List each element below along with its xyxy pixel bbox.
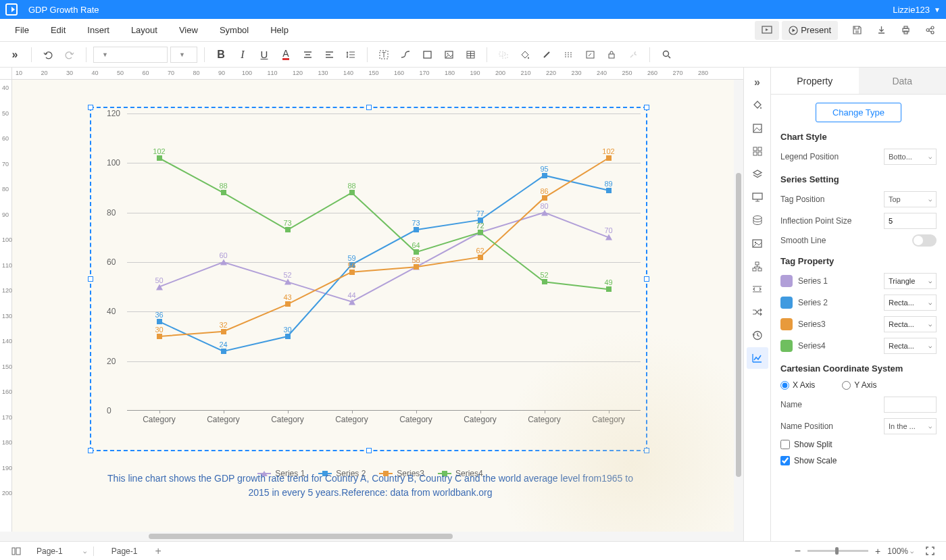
image-icon[interactable] [439, 45, 458, 64]
resize-handle[interactable] [88, 448, 93, 453]
resize-handle[interactable] [644, 276, 649, 282]
series-color-swatch[interactable] [780, 340, 793, 352]
menu-file[interactable]: File [4, 25, 40, 35]
series-shape-select[interactable]: Recta...⌵ [884, 295, 937, 311]
resize-handle[interactable] [88, 276, 93, 282]
resize-handle[interactable] [88, 105, 93, 110]
shape-outline-icon[interactable] [418, 45, 437, 64]
grid-panel-icon[interactable] [747, 141, 768, 162]
line-chart[interactable]: 020406080100120CategoryCategoryCategoryC… [100, 113, 641, 444]
underline-icon[interactable]: U [255, 45, 274, 64]
lock-icon[interactable] [602, 45, 621, 64]
series-color-swatch[interactable] [780, 318, 793, 330]
tab-data[interactable]: Data [859, 68, 947, 94]
zoom-level-dropdown[interactable]: 100%⌵ [887, 546, 914, 556]
page-dropdown[interactable]: Page-1⌵ [36, 546, 94, 556]
hierarchy-icon[interactable] [747, 255, 768, 277]
tools-icon[interactable] [624, 45, 643, 64]
page-tab[interactable]: Page-1 [105, 546, 145, 556]
image-panel-icon[interactable] [747, 232, 768, 254]
align-horizontal-icon[interactable] [298, 45, 317, 64]
resize-handle[interactable] [644, 448, 649, 453]
show-split-checkbox[interactable]: Show Split [780, 440, 937, 449]
smooth-line-toggle[interactable] [912, 234, 937, 247]
fill-color-icon[interactable] [516, 45, 534, 64]
present-button[interactable]: Present [782, 21, 838, 40]
zoom-in-button[interactable]: + [875, 546, 880, 557]
history-icon[interactable] [747, 324, 768, 346]
resize-handle[interactable] [366, 105, 372, 110]
series-shape-select[interactable]: Recta...⌵ [884, 316, 937, 332]
menu-symbol[interactable]: Symbol [209, 25, 259, 35]
table-icon[interactable] [461, 45, 480, 64]
font-family-dropdown[interactable]: ▼ [93, 47, 168, 63]
axis-name-input[interactable] [884, 397, 937, 413]
user-menu[interactable]: Lizzie123 ▼ [893, 5, 941, 15]
chart-panel-icon[interactable] [747, 347, 768, 369]
menu-bar: FileEditInsertLayoutViewSymbolHelp Prese… [0, 19, 946, 42]
group-icon[interactable] [494, 45, 513, 64]
inflection-size-input[interactable] [884, 213, 937, 229]
line-color-icon[interactable] [537, 45, 556, 64]
shuffle-icon[interactable] [747, 301, 768, 323]
menu-edit[interactable]: Edit [40, 25, 76, 35]
undo-icon[interactable] [39, 45, 57, 64]
spacing-icon[interactable] [747, 278, 768, 300]
data-panel-icon[interactable] [747, 209, 768, 231]
menu-view[interactable]: View [168, 25, 209, 35]
series-shape-select[interactable]: Triangle⌵ [884, 273, 937, 289]
font-color-icon[interactable]: A [276, 45, 295, 64]
save-icon[interactable] [845, 21, 869, 40]
series-row: Series 2Recta...⌵ [780, 295, 937, 311]
series-shape-select[interactable]: Recta...⌵ [884, 338, 937, 354]
series-color-swatch[interactable] [780, 297, 793, 309]
layers-panel-icon[interactable] [747, 163, 768, 185]
x-axis-radio[interactable]: X Axis [780, 380, 815, 390]
line-style-icon[interactable] [559, 45, 578, 64]
font-size-dropdown[interactable]: ▼ [170, 47, 197, 63]
change-type-button[interactable]: Change Type [816, 103, 901, 122]
slideshow-mode-icon[interactable] [755, 21, 779, 40]
align-vertical-icon[interactable] [320, 45, 339, 64]
fullscreen-icon[interactable] [920, 542, 939, 561]
menu-insert[interactable]: Insert [76, 25, 120, 35]
resize-handle[interactable] [644, 105, 649, 110]
horizontal-scrollbar[interactable] [0, 532, 743, 541]
presentation-panel-icon[interactable] [747, 186, 768, 208]
section-cartesian: Cartesian Coordinate System [780, 363, 937, 374]
menu-help[interactable]: Help [259, 25, 299, 35]
chart-caption: This line chart shows the GDP growth rat… [100, 472, 641, 500]
name-position-select[interactable]: In the ...⌵ [884, 418, 937, 434]
canvas[interactable]: 020406080100120CategoryCategoryCategoryC… [12, 80, 734, 532]
print-icon[interactable] [893, 21, 918, 40]
collapse-panel-icon[interactable]: » [747, 72, 768, 93]
zoom-out-button[interactable]: − [795, 545, 801, 557]
bold-icon[interactable]: B [211, 45, 230, 64]
add-page-button[interactable]: + [155, 545, 161, 557]
resize-handle[interactable] [366, 448, 372, 453]
line-spacing-icon[interactable] [341, 45, 360, 64]
y-axis-radio[interactable]: Y Axis [842, 380, 876, 390]
italic-icon[interactable]: I [233, 45, 252, 64]
text-tool-icon[interactable]: T [374, 45, 393, 64]
page-layout-icon[interactable] [7, 542, 26, 561]
redo-icon[interactable] [60, 45, 79, 64]
edit-points-icon[interactable] [580, 45, 599, 64]
legend-position-select[interactable]: Botto...⌵ [884, 149, 937, 165]
user-name: Lizzie123 [893, 5, 930, 15]
expand-toolbar-icon[interactable]: » [5, 45, 24, 64]
search-icon[interactable] [657, 45, 676, 64]
connector-icon[interactable] [396, 45, 415, 64]
tab-property[interactable]: Property [771, 68, 859, 94]
series-color-swatch[interactable] [780, 275, 793, 287]
theme-icon[interactable] [747, 95, 768, 116]
shapes-panel-icon[interactable] [747, 118, 768, 139]
svg-rect-23 [758, 152, 762, 155]
download-icon[interactable] [869, 21, 893, 40]
menu-layout[interactable]: Layout [120, 25, 168, 35]
share-icon[interactable] [918, 21, 942, 40]
tag-position-select[interactable]: Top⌵ [884, 191, 937, 207]
vertical-scrollbar[interactable] [734, 80, 743, 532]
zoom-slider[interactable] [807, 550, 868, 552]
show-scale-checkbox[interactable]: Show Scale [780, 456, 937, 465]
